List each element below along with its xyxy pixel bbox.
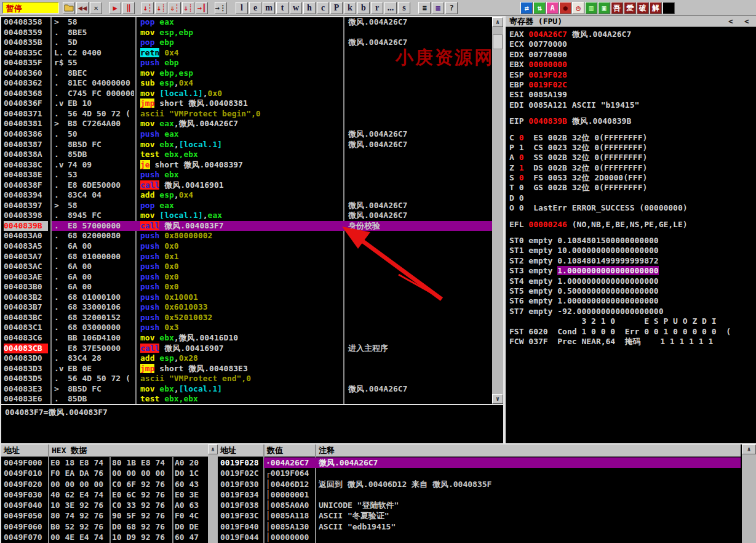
stack-pane[interactable]: 地址 数值 注释 0019F028·004A26C7微风.004A26C7001… <box>218 444 741 543</box>
disasm-row[interactable]: 004083BC.68 32000152push 0x52010032 <box>1 313 492 323</box>
brand-wu-button[interactable]: 吾 <box>611 2 623 14</box>
collapse-right-button[interactable]: < <box>741 16 752 26</box>
disasm-row[interactable]: 0040839B.E8 57000000call 微风.004083F7身份校验 <box>1 221 492 231</box>
execute-till-return-button[interactable]: →⋮ <box>215 2 227 14</box>
disasm-row[interactable]: 00408387.8B5D FCmov ebx,[local.1]微风.004A… <box>1 140 492 150</box>
dump-row[interactable]: 0049F02000 00 00 00C0 6F 92 7660 43 <box>1 479 208 489</box>
memory-window-button[interactable]: m <box>263 2 275 14</box>
disasm-row[interactable]: 00408394.83C4 04add esp,0x4 <box>1 190 492 201</box>
dump-pane[interactable]: 地址 HEX 数据 0049F000E0 18 E8 7480 1B E8 74… <box>0 444 208 543</box>
register-line[interactable]: EDX 00770000 <box>509 50 756 60</box>
stack-row[interactable]: 0019F040│0085A130ASCII "edb19415" <box>218 521 741 532</box>
disasm-row[interactable]: 004083B7.68 33000106push 0x6010033 <box>1 302 492 313</box>
appearance-button[interactable]: ▦ <box>432 2 444 14</box>
disasm-row[interactable]: 004083A5.6A 00push 0x0 <box>1 241 492 252</box>
disasm-row[interactable]: 0040838A.85DBtest ebx,ebx <box>1 150 492 160</box>
pause-button[interactable]: ‖ <box>122 2 135 14</box>
options-menu-button[interactable]: ≡ <box>418 2 431 14</box>
stack-row[interactable]: 0019F034│00000001 <box>218 489 741 500</box>
disasm-row[interactable]: 00408371.56 4D 50 72 (ascii "VMProtect b… <box>1 109 492 119</box>
dump-row[interactable]: 0049F07000 4E E4 7410 D9 92 7660 47 <box>1 532 208 542</box>
stack-header-address[interactable]: 地址 <box>220 444 236 456</box>
stack-header-comment[interactable]: 注释 <box>319 444 335 456</box>
register-line[interactable]: C 0 ES 002B 32位 0(FFFFFFFF) <box>509 133 756 143</box>
disasm-row[interactable]: 0040838E.53push ebx <box>1 170 492 180</box>
stack-row[interactable]: 0019F044│00000000 <box>218 532 741 542</box>
font-icon-button[interactable]: A <box>546 2 559 14</box>
register-line[interactable]: EBP 0019F02C <box>509 80 756 90</box>
disasm-row[interactable]: 004083D3.vEB 0Ejmp short 微风.004083E3 <box>1 364 492 374</box>
register-line[interactable]: FCW 037F Prec NEAR,64 掩码 1 1 1 1 1 1 <box>509 337 756 347</box>
dump-header-hex[interactable]: HEX 数据 <box>52 444 87 456</box>
register-line[interactable]: FST 6020 Cond 1 0 0 0 Err 0 0 1 0 0 0 0 … <box>509 327 756 337</box>
scroll-up-icon[interactable]: ∧ <box>742 444 756 454</box>
dump-row[interactable]: 0049F04010 3E 92 76C0 33 92 76A0 63 <box>1 500 208 510</box>
register-line[interactable]: S 0 FS 0053 32位 2D0000(FFF) <box>509 173 756 183</box>
animate-over-button[interactable]: ⇓┊ <box>182 2 194 14</box>
disasm-row[interactable]: 004083E6.85DBtest ebx,ebx <box>1 394 492 404</box>
register-line[interactable]: ESP 0019F028 <box>509 70 756 80</box>
register-line[interactable]: ECX 00770000 <box>509 39 756 49</box>
stack-scrollbar[interactable]: ∧ <box>742 444 756 543</box>
help-button[interactable]: ? <box>445 2 458 14</box>
call-stack-window-button[interactable]: k <box>344 2 356 14</box>
dump-row[interactable]: 0049F000E0 18 E8 7480 1B E8 74A0 20 <box>1 457 208 468</box>
disasm-row[interactable]: 004083C1.68 03000000push 0x3 <box>1 323 492 333</box>
register-line[interactable]: EAX 004A26C7 微风.004A26C7 <box>509 30 756 39</box>
disasm-row[interactable]: 004083A0.68 02000080push 0x80000002 <box>1 231 492 241</box>
register-line[interactable]: EBX 00000000 <box>509 60 756 70</box>
step-into-button[interactable]: ↓┆ <box>141 2 154 14</box>
register-line[interactable]: Z 1 DS 002B 32位 0(FFFFFFFF) <box>509 163 756 173</box>
updown-icon-button[interactable]: ⇅ <box>533 2 546 14</box>
dump-row[interactable]: 0049F03040 62 E4 74E0 6C 92 76E0 3E <box>1 489 208 500</box>
brand-po-button[interactable]: 破 <box>637 2 649 14</box>
scroll-up-icon[interactable]: ∧ <box>492 17 503 27</box>
cpu-window-button[interactable]: c <box>317 2 329 14</box>
plugin-icon-button[interactable]: ▥ <box>585 2 597 14</box>
register-line[interactable]: ST6 empty 1.0000000000000000000 <box>509 296 756 306</box>
disasm-row[interactable]: 00408381>B8 C7264A00mov eax,微风.004A26C7 <box>1 119 492 129</box>
disasm-scrollbar[interactable]: ∧ ∨ <box>492 17 503 404</box>
dump-row[interactable]: 0049F05080 74 92 7690 5F 92 76F0 4C <box>1 510 208 521</box>
disasm-row[interactable]: 004083B0.6A 00push 0x0 <box>1 282 492 292</box>
disasm-row[interactable]: 004083AC.6A 00push 0x0 <box>1 262 492 272</box>
disasm-row[interactable]: 004083AE.6A 00push 0x0 <box>1 272 492 283</box>
register-line[interactable]: ST5 empty 0.5000000000000000000 <box>509 286 756 296</box>
patches-window-button[interactable]: P <box>330 2 343 14</box>
register-line[interactable]: ST3 empty 1.0000000000000000000 <box>509 266 756 276</box>
threads-window-button[interactable]: t <box>276 2 288 14</box>
disasm-row[interactable]: 0040838C.v74 09je short 微风.00408397 <box>1 160 492 171</box>
scroll-down-icon[interactable]: ∨ <box>492 394 503 404</box>
restart-button[interactable]: ◀◀ <box>76 2 89 14</box>
disasm-row[interactable]: 004083CB.E8 37E50000call 微风.00416907进入主程… <box>1 344 492 354</box>
register-line[interactable]: O 0 LastErr ERROR_SUCCESS (00000000) <box>509 203 756 213</box>
register-line[interactable]: 3 2 1 0 E S P U O Z D I <box>509 316 756 326</box>
info-pane[interactable]: 004083F7=微风.004083F7 <box>0 405 503 443</box>
animate-into-button[interactable]: ⇓┆ <box>169 2 181 14</box>
windows-window-button[interactable]: w <box>290 2 302 14</box>
disasm-row[interactable]: 0040836F.vEB 10jmp short 微风.00408381 <box>1 99 492 109</box>
register-line[interactable]: EIP 0040839B 微风.0040839B <box>509 116 756 126</box>
registers-pane[interactable]: 寄存器 (FPU) < < EAX 004A26C7 微风.004A26C7EC… <box>504 16 756 443</box>
disasm-row[interactable]: 00408359.8BE5mov esp,ebp <box>1 28 492 38</box>
register-line[interactable]: ST4 empty 1.0000000000000000000 <box>509 276 756 286</box>
disasm-row[interactable]: 004083D0.83C4 28add esp,0x28 <box>1 353 492 364</box>
stack-row[interactable]: 0019F030│00406D12返回到 微风.00406D12 来自 微风.0… <box>218 479 741 489</box>
breakpoints-window-button[interactable]: b <box>357 2 370 14</box>
register-line[interactable]: ST7 empty -92.000000000000000000 <box>509 307 756 316</box>
step-over-button[interactable]: ↓┊ <box>155 2 167 14</box>
disasm-row[interactable]: 004083A7.68 01000000push 0x1 <box>1 252 492 262</box>
dump-row[interactable]: 0049F060B0 52 92 76D0 68 92 76D0 DE <box>1 521 208 532</box>
monitor-icon-button[interactable]: ▣ <box>598 2 610 14</box>
record-icon-button[interactable]: ● <box>559 2 571 14</box>
handles-window-button[interactable]: h <box>303 2 316 14</box>
disasm-row[interactable]: 00408368.C745 FC 00000000mov [local.1],0… <box>1 89 492 99</box>
register-line[interactable]: T 0 GS 002B 32位 0(FFFFFFFF) <box>509 183 756 193</box>
register-line[interactable]: ESI 0085A199 <box>509 90 756 100</box>
disasm-row[interactable]: 004083C6.BB 106D4100mov ebx,微风.00416D10 <box>1 333 492 344</box>
scroll-thumb[interactable] <box>493 34 503 49</box>
brand-ai-button[interactable]: 爱 <box>624 2 636 14</box>
open-file-button[interactable] <box>63 2 75 14</box>
log-window-button[interactable]: l <box>236 2 248 14</box>
references-window-button[interactable]: r <box>371 2 383 14</box>
